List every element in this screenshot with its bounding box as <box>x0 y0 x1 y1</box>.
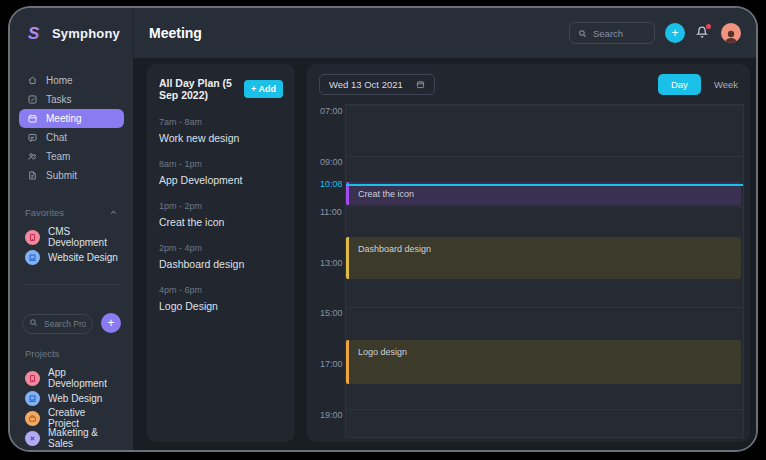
timeline: Creat the iconDashboard designLogo desig… <box>307 104 750 438</box>
hour-label: 13:00 <box>320 258 343 268</box>
sidebar-item-label: Meeting <box>46 113 82 124</box>
search-icon <box>29 318 38 327</box>
plan-item-time: 2pm - 4pm <box>159 243 283 253</box>
all-day-plan-list: 7am - 8am Work new design 8am - 1pm App … <box>159 117 283 312</box>
plus-icon: + <box>671 27 678 39</box>
brand-name: Symphony <box>52 26 120 41</box>
hour-label: 11:00 <box>320 207 342 217</box>
calendar-icon <box>27 113 38 124</box>
x-mark-icon <box>25 431 40 446</box>
plan-item[interactable]: 8am - 1pm App Development <box>159 159 283 186</box>
plan-item[interactable]: 2pm - 4pm Dashboard design <box>159 243 283 270</box>
calendar-event[interactable]: Logo design <box>346 340 741 384</box>
favorite-item-label: CMS Development <box>48 226 118 248</box>
favorite-item-cms-development[interactable]: CMS Development <box>10 227 133 247</box>
sidebar-divider <box>22 284 121 285</box>
plan-item[interactable]: 1pm - 2pm Creat the icon <box>159 201 283 228</box>
sidebar-item-submit[interactable]: Submit <box>19 166 124 185</box>
calendar-event[interactable]: Dashboard design <box>346 237 741 279</box>
sidebar-item-label: Submit <box>46 170 77 181</box>
sidebar-item-tasks[interactable]: Tasks <box>19 90 124 109</box>
search-icon <box>578 29 587 38</box>
sidebar: S Symphony Home Tasks Meeting Chat <box>10 8 133 450</box>
briefcase-icon <box>25 411 40 426</box>
plan-item-title: Creat the icon <box>159 216 283 228</box>
plan-item-title: Logo Design <box>159 300 283 312</box>
sidebar-item-meeting[interactable]: Meeting <box>19 109 124 128</box>
plan-item-time: 4pm - 6pm <box>159 285 283 295</box>
project-item-creative-project[interactable]: Creative Project <box>10 408 133 428</box>
project-item-label: Maketing & Sales <box>48 427 118 449</box>
home-icon <box>27 75 38 86</box>
sidebar-item-chat[interactable]: Chat <box>19 128 124 147</box>
project-item-label: Creative Project <box>48 407 118 429</box>
hour-label: 15:00 <box>320 308 343 318</box>
project-item-app-development[interactable]: App Development <box>10 368 133 388</box>
all-day-plan-card: All Day Plan (5 Sep 2022) + Add 7am - 8a… <box>147 64 295 442</box>
logo[interactable]: S Symphony <box>10 8 133 58</box>
notification-dot <box>706 24 711 29</box>
project-item-web-design[interactable]: Web Design <box>10 388 133 408</box>
chevron-up-icon[interactable] <box>109 208 118 217</box>
svg-text:S: S <box>28 24 40 43</box>
notifications-button[interactable] <box>695 25 711 41</box>
date-picker[interactable]: Wed 13 Oct 2021 <box>319 74 435 95</box>
hour-label: 09:00 <box>320 157 343 167</box>
week-view-button[interactable]: Week <box>714 79 738 90</box>
view-toggle: Day Week <box>658 74 738 95</box>
current-time-line <box>346 184 743 186</box>
calendar-event-title: Logo design <box>358 340 741 357</box>
add-plan-button[interactable]: + Add <box>244 80 283 98</box>
hour-gridline <box>346 409 743 410</box>
project-item-label: Web Design <box>48 393 102 404</box>
plan-item[interactable]: 7am - 8am Work new design <box>159 117 283 144</box>
all-day-plan-title: All Day Plan (5 Sep 2022) <box>159 77 244 101</box>
projects-label: Projects <box>25 348 59 359</box>
project-item-maketing-sales[interactable]: Maketing & Sales <box>10 428 133 448</box>
projects-header: Projects <box>10 348 133 359</box>
calendar-toolbar: Wed 13 Oct 2021 Day Week <box>307 64 750 103</box>
sidebar-item-label: Home <box>46 75 73 86</box>
hour-label: 19:00 <box>320 410 343 420</box>
favorites-list: CMS Development Website Design <box>10 227 133 267</box>
main-area: Meeting + All Day Plan (5 Sep 2022) + Ad… <box>133 8 756 450</box>
phone-icon <box>25 230 40 245</box>
app-window: S Symphony Home Tasks Meeting Chat <box>8 6 758 452</box>
chat-icon <box>27 132 38 143</box>
plan-item[interactable]: 4pm - 6pm Logo Design <box>159 285 283 312</box>
global-search <box>569 22 655 44</box>
hour-gridline <box>346 206 743 207</box>
team-icon <box>27 151 38 162</box>
plan-item-title: Dashboard design <box>159 258 283 270</box>
plan-item-time: 8am - 1pm <box>159 159 283 169</box>
favorite-item-website-design[interactable]: Website Design <box>10 247 133 267</box>
plan-item-title: Work new design <box>159 132 283 144</box>
timeline-grid[interactable]: Creat the iconDashboard designLogo desig… <box>345 104 744 438</box>
avatar[interactable] <box>721 23 741 43</box>
calendar-icon <box>416 80 425 89</box>
day-view-button[interactable]: Day <box>658 74 701 95</box>
sidebar-nav: Home Tasks Meeting Chat Team Submit <box>10 58 133 185</box>
symphony-logo-icon: S <box>25 23 45 43</box>
sidebar-item-team[interactable]: Team <box>19 147 124 166</box>
plan-item-time: 1pm - 2pm <box>159 201 283 211</box>
project-search <box>22 313 93 333</box>
laptop-icon <box>25 250 40 265</box>
create-button[interactable]: + <box>665 23 685 43</box>
document-icon <box>27 170 38 181</box>
add-project-button[interactable]: + <box>101 313 121 333</box>
hour-gridline <box>346 105 743 106</box>
plan-item-title: App Development <box>159 174 283 186</box>
hour-gridline <box>346 307 743 308</box>
sidebar-item-home[interactable]: Home <box>19 71 124 90</box>
plus-icon: + <box>107 317 114 329</box>
global-search-input[interactable] <box>593 28 646 39</box>
favorite-item-label: Website Design <box>48 252 118 263</box>
plus-icon: + <box>251 84 256 94</box>
page-title: Meeting <box>149 25 202 41</box>
calendar-card: Wed 13 Oct 2021 Day Week Creat the iconD… <box>307 64 750 442</box>
laptop-icon <box>25 391 40 406</box>
hour-label: 17:00 <box>320 359 343 369</box>
projects-list: App Development Web Design Creative Proj… <box>10 368 133 448</box>
current-time-label: 10:08 <box>320 179 343 189</box>
